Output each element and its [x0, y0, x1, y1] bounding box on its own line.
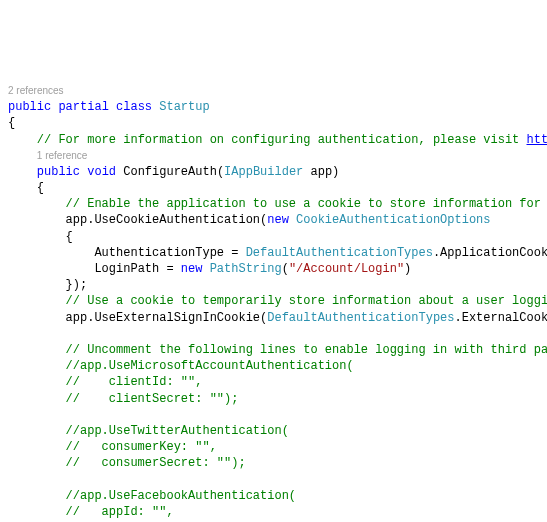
- comment: // clientId: "",: [66, 375, 203, 389]
- method-name: ConfigureAuth: [123, 165, 217, 179]
- kw-new: new: [267, 213, 289, 227]
- codelens-method[interactable]: 1 reference: [37, 150, 88, 161]
- kw-class: class: [116, 100, 152, 114]
- param-type: IAppBuilder: [224, 165, 303, 179]
- code: .ApplicationCookie: [433, 246, 547, 260]
- comment: // consumerSecret: "");: [66, 456, 246, 470]
- codelens-class[interactable]: 2 references: [8, 85, 64, 96]
- type: CookieAuthenticationOptions: [296, 213, 490, 227]
- string: "/Account/Login": [289, 262, 404, 276]
- class-name: Startup: [159, 100, 209, 114]
- type: PathString: [210, 262, 282, 276]
- brace: {: [37, 181, 44, 195]
- comment: // consumerKey: "",: [66, 440, 217, 454]
- comment: // Enable the application to use a cooki…: [66, 197, 547, 211]
- code: .ExternalCookie: [454, 311, 547, 325]
- brace: {: [66, 230, 73, 244]
- doc-link[interactable]: http:: [527, 133, 548, 147]
- brace: {: [8, 116, 15, 130]
- kw-void: void: [87, 165, 116, 179]
- comment: //app.UseFacebookAuthentication(: [66, 489, 296, 503]
- comment: // appId: "",: [66, 505, 174, 519]
- code: app.UseExternalSignInCookie(: [66, 311, 268, 325]
- param-name: app: [303, 165, 332, 179]
- paren: ): [404, 262, 411, 276]
- code: app.UseCookieAuthentication(: [66, 213, 268, 227]
- comment: // Use a cookie to temporarily store inf…: [66, 294, 547, 308]
- code: AuthenticationType =: [94, 246, 245, 260]
- comment: // For more information on configuring a…: [37, 133, 527, 147]
- kw-new: new: [181, 262, 203, 276]
- kw-partial: partial: [58, 100, 108, 114]
- kw-public: public: [8, 100, 51, 114]
- type: DefaultAuthenticationTypes: [267, 311, 454, 325]
- comment: //app.UseMicrosoftAccountAuthentication(: [66, 359, 354, 373]
- comment: //app.UseTwitterAuthentication(: [66, 424, 289, 438]
- code: LoginPath =: [94, 262, 180, 276]
- kw-public: public: [37, 165, 80, 179]
- code-editor: 2 references public partial class Startu…: [0, 65, 547, 522]
- code: });: [66, 278, 88, 292]
- comment: // Uncomment the following lines to enab…: [66, 343, 547, 357]
- type: DefaultAuthenticationTypes: [246, 246, 433, 260]
- comment: // clientSecret: "");: [66, 392, 239, 406]
